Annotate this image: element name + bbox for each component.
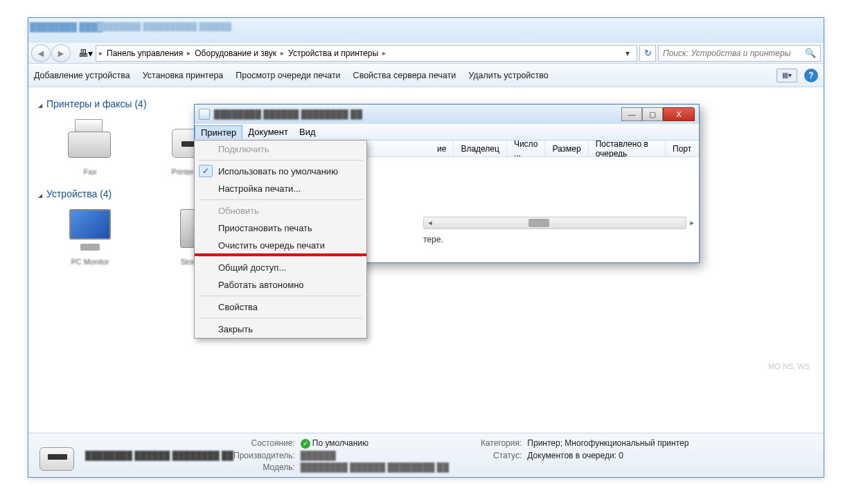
- check-icon: ✓: [301, 439, 310, 449]
- search-box[interactable]: 🔍: [658, 45, 821, 62]
- state-label: Состояние:: [233, 438, 295, 449]
- toolbar-install-printer[interactable]: Установка принтера: [143, 71, 224, 80]
- status-label: Статус:: [481, 451, 522, 460]
- fax-icon: [62, 116, 118, 163]
- scroll-thumb[interactable]: [529, 219, 549, 227]
- col-partial[interactable]: ие: [430, 141, 454, 156]
- queue-maximize-button[interactable]: ▢: [642, 107, 663, 121]
- menu-item-connect: Подключить: [195, 141, 366, 158]
- red-highlight-bar: [195, 253, 366, 256]
- toolbar-view-queue[interactable]: Просмотр очереди печати: [236, 71, 340, 80]
- menu-item-refresh: Обновить: [195, 202, 366, 219]
- state-value: ✓По умолчанию: [301, 438, 449, 449]
- check-icon: ✓: [199, 165, 213, 177]
- breadcrumb[interactable]: ▸ Панель управления ▸ Оборудование и зву…: [96, 45, 637, 62]
- status-value: Документов в очереди: 0: [527, 451, 689, 460]
- menu-item-print-settings[interactable]: Настройка печати...: [195, 180, 366, 197]
- forward-button[interactable]: ►: [51, 44, 71, 62]
- title-text-blur: ████████ ████: [30, 22, 103, 32]
- watermark: MO NS. WS: [768, 363, 810, 370]
- menu-separator: [199, 318, 362, 318]
- help-icon[interactable]: ?: [804, 69, 818, 82]
- menu-separator: [199, 256, 362, 257]
- title-bar: ████████ ████ ████████ ██████████ ██████: [28, 18, 824, 43]
- col-pages[interactable]: Число ...: [507, 141, 546, 156]
- queue-title-text: ████████ ██████ ████████ ██: [214, 109, 362, 119]
- devices-icon: 🖶▾: [78, 46, 93, 60]
- view-mode-button[interactable]: ▦▾: [776, 69, 797, 82]
- menu-item-use-default[interactable]: ✓ Использовать по умолчанию: [195, 163, 366, 180]
- queue-minimize-button[interactable]: —: [621, 107, 642, 121]
- menu-separator: [199, 199, 362, 200]
- refresh-button[interactable]: ↻: [639, 45, 656, 62]
- monitor-icon: [62, 206, 118, 253]
- col-port[interactable]: Порт: [666, 141, 699, 156]
- scroll-left-icon[interactable]: ◄: [425, 217, 436, 228]
- printer-small-icon: [199, 109, 210, 120]
- menu-item-close[interactable]: Закрыть: [195, 321, 366, 338]
- device-label: Fax: [52, 168, 128, 176]
- printer-menu-dropdown: Подключить ✓ Использовать по умолчанию Н…: [194, 140, 367, 339]
- queue-menubar: Принтер Документ Вид: [195, 124, 699, 141]
- col-queued[interactable]: Поставлено в очередь: [589, 141, 666, 156]
- device-label: PC Monitor: [52, 258, 128, 266]
- back-button[interactable]: ◄: [31, 44, 51, 62]
- menu-item-work-offline[interactable]: Работать автономно: [195, 276, 366, 294]
- toolbar-add-device[interactable]: Добавление устройства: [34, 71, 130, 80]
- queue-title-bar[interactable]: ████████ ██████ ████████ ██ — ▢ X: [195, 105, 699, 124]
- toolbar: Добавление устройства Установка принтера…: [28, 64, 824, 87]
- menu-printer[interactable]: Принтер: [195, 125, 242, 139]
- device-fax[interactable]: Fax: [52, 116, 128, 176]
- col-size[interactable]: Размер: [545, 141, 588, 156]
- category-value: Принтер; Многофункциональный принтер: [527, 438, 689, 449]
- menu-separator: [199, 296, 362, 296]
- title-subtext-blur: ████████ ██████████ ██████: [98, 22, 231, 30]
- menu-item-pause-print[interactable]: Приостановить печать: [195, 219, 366, 237]
- menu-item-clear-queue[interactable]: Очистить очередь печати: [195, 237, 366, 254]
- queue-status-text: тере.: [423, 235, 443, 244]
- menu-item-properties[interactable]: Свойства: [195, 298, 366, 316]
- nav-row: ◄ ► 🖶▾ ▸ Панель управления ▸ Оборудовани…: [28, 43, 824, 64]
- menu-view[interactable]: Вид: [294, 125, 321, 138]
- manufacturer-label: Производитель:: [233, 451, 295, 460]
- breadcrumb-dropdown[interactable]: ▾: [621, 48, 634, 58]
- col-owner[interactable]: Владелец: [454, 141, 507, 156]
- chevron-right-icon: ▸: [382, 49, 386, 57]
- queue-close-button[interactable]: X: [663, 107, 695, 121]
- menu-separator: [199, 160, 362, 161]
- scroll-right-icon[interactable]: ►: [686, 217, 698, 228]
- toolbar-server-props[interactable]: Свойства сервера печати: [353, 71, 456, 80]
- details-pane: ████████ ██████ ████████ ██ Состояние: ✓…: [28, 433, 824, 477]
- manufacturer-value: ██████: [301, 451, 449, 460]
- breadcrumb-item-devices[interactable]: Устройства и принтеры: [284, 48, 382, 58]
- search-icon[interactable]: 🔍: [805, 48, 816, 58]
- menu-item-sharing[interactable]: Общий доступ...: [195, 259, 366, 276]
- toolbar-remove-device[interactable]: Удалить устройство: [468, 71, 549, 80]
- device-monitor[interactable]: PC Monitor: [52, 206, 128, 266]
- menu-document[interactable]: Документ: [242, 125, 294, 138]
- model-value: ████████ ██████ ████████ ██: [301, 462, 449, 472]
- details-device-name: ████████ ██████ ████████ ██: [85, 451, 233, 460]
- details-printer-icon: [38, 439, 77, 472]
- model-label: Модель:: [233, 462, 295, 472]
- search-input[interactable]: [663, 48, 805, 58]
- nav-back-forward: ◄ ►: [31, 44, 71, 62]
- category-label: Категория:: [481, 438, 522, 449]
- breadcrumb-item-control-panel[interactable]: Панель управления: [103, 48, 187, 58]
- horizontal-scrollbar[interactable]: ◄ ►: [423, 217, 686, 229]
- breadcrumb-item-hardware[interactable]: Оборудование и звук: [190, 48, 281, 58]
